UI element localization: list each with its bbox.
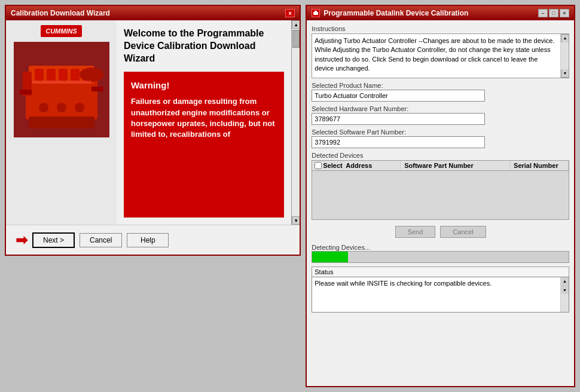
inst-scroll-up[interactable]: ▲ bbox=[561, 34, 569, 42]
right-title-icon bbox=[312, 9, 320, 17]
software-part-input[interactable] bbox=[312, 136, 485, 148]
hardware-part-label: Selected Hardware Part Number: bbox=[312, 105, 569, 112]
wizard-text-panel: Welcome to the Programmable Device Calib… bbox=[117, 20, 291, 225]
col-select-header: Select bbox=[312, 161, 342, 170]
devices-table-header: Select Address Software Part Number Seri… bbox=[312, 161, 569, 171]
send-cancel-row: Send Cancel bbox=[312, 223, 569, 240]
progress-bar-container bbox=[312, 251, 569, 263]
software-part-label: Selected Software Part Number: bbox=[312, 128, 569, 136]
col-serial-header: Serial Number bbox=[510, 161, 569, 170]
svg-rect-8 bbox=[71, 69, 80, 81]
minimize-button[interactable]: – bbox=[538, 9, 548, 17]
scroll-up-btn[interactable]: ▲ bbox=[292, 20, 300, 29]
hardware-part-section: Selected Hardware Part Number: bbox=[312, 105, 569, 125]
status-section: Status Please wait while INSITE is check… bbox=[312, 267, 569, 313]
inst-scroll-track bbox=[561, 42, 569, 69]
devices-table-body bbox=[312, 171, 569, 219]
left-content-area: CUMMINS bbox=[6, 20, 300, 225]
right-close-button[interactable]: × bbox=[560, 9, 569, 17]
datalink-calibration-window: Programmable Datalink Device Calibration… bbox=[306, 5, 575, 387]
select-col-label: Select bbox=[323, 162, 342, 169]
right-window-controls: – □ × bbox=[538, 9, 569, 17]
calibration-wizard-window: Calibration Download Wizard × CUMMINS bbox=[5, 5, 301, 256]
instructions-box: Adjusting Turbo Actuator Controller --Ch… bbox=[312, 33, 569, 78]
arrow-next-group: ➡ Next > bbox=[16, 232, 75, 249]
left-image-panel: CUMMINS bbox=[6, 20, 117, 225]
send-button[interactable]: Send bbox=[395, 226, 436, 238]
next-arrow-icon: ➡ bbox=[16, 232, 28, 249]
scroll-down-btn[interactable]: ▼ bbox=[292, 216, 300, 225]
left-titlebar: Calibration Download Wizard × bbox=[6, 6, 300, 20]
detecting-label: Detecting Devices... bbox=[312, 244, 569, 251]
status-scroll-up[interactable]: ▲ bbox=[561, 277, 569, 286]
col-software-header: Software Part Number bbox=[401, 161, 510, 170]
cummins-logo: CUMMINS bbox=[41, 25, 82, 37]
scroll-track bbox=[292, 29, 300, 216]
status-scroll-down[interactable]: ▼ bbox=[561, 286, 569, 294]
left-close-button[interactable]: × bbox=[285, 9, 295, 17]
inst-scroll-down[interactable]: ▼ bbox=[561, 69, 569, 78]
svg-rect-9 bbox=[29, 117, 94, 128]
warning-box: Warning! Failures or damage resulting fr… bbox=[124, 72, 284, 218]
col-address-header: Address bbox=[342, 161, 401, 170]
product-name-label: Selected Product Name: bbox=[312, 82, 569, 89]
svg-point-15 bbox=[75, 103, 84, 112]
status-scrollbar[interactable]: ▲ ▼ bbox=[560, 277, 569, 312]
wizard-bottom-bar: ➡ Next > Cancel Help bbox=[6, 225, 300, 255]
detected-devices-label: Detected Devices bbox=[312, 152, 569, 159]
help-button[interactable]: Help bbox=[127, 233, 169, 247]
svg-point-4 bbox=[80, 68, 103, 82]
scroll-thumb[interactable] bbox=[292, 30, 300, 48]
detected-devices-section: Detected Devices Select Address Software… bbox=[312, 152, 569, 220]
devices-cancel-button[interactable]: Cancel bbox=[440, 226, 486, 238]
devices-table: Select Address Software Part Number Seri… bbox=[312, 160, 569, 220]
warning-text: Failures or damage resulting from unauth… bbox=[131, 96, 277, 140]
product-name-section: Selected Product Name: bbox=[312, 82, 569, 102]
hardware-part-input[interactable] bbox=[312, 113, 485, 125]
detecting-section: Detecting Devices... bbox=[312, 244, 569, 263]
svg-rect-10 bbox=[32, 81, 91, 84]
svg-rect-7 bbox=[59, 69, 68, 81]
svg-rect-5 bbox=[35, 69, 44, 81]
right-titlebar: Programmable Datalink Device Calibration… bbox=[307, 6, 574, 20]
warning-title: Warning! bbox=[131, 79, 277, 91]
status-text-box: Please wait while INSITE is checking for… bbox=[312, 277, 569, 313]
product-name-input[interactable] bbox=[312, 90, 485, 102]
next-button[interactable]: Next > bbox=[32, 232, 75, 248]
status-text: Please wait while INSITE is checking for… bbox=[315, 280, 566, 287]
svg-rect-6 bbox=[47, 69, 56, 81]
right-content-area: Instructions Adjusting Turbo Actuator Co… bbox=[307, 20, 574, 386]
instructions-section: Instructions Adjusting Turbo Actuator Co… bbox=[312, 25, 569, 78]
maximize-button[interactable]: □ bbox=[549, 9, 558, 17]
status-label: Status bbox=[312, 267, 569, 277]
instructions-scrollbar[interactable]: ▲ ▼ bbox=[560, 34, 569, 78]
left-title: Calibration Download Wizard bbox=[11, 9, 110, 17]
welcome-title: Welcome to the Programmable Device Calib… bbox=[124, 27, 284, 65]
select-all-checkbox[interactable] bbox=[315, 162, 322, 169]
svg-rect-12 bbox=[91, 87, 103, 91]
engine-image bbox=[14, 42, 109, 137]
instructions-label: Instructions bbox=[312, 25, 569, 32]
svg-rect-11 bbox=[20, 90, 32, 94]
progress-bar-fill bbox=[312, 252, 348, 262]
right-title: Programmable Datalink Device Calibration bbox=[323, 9, 468, 17]
svg-rect-17 bbox=[315, 11, 317, 13]
svg-rect-1 bbox=[26, 78, 97, 120]
software-part-section: Selected Software Part Number: bbox=[312, 128, 569, 148]
svg-point-13 bbox=[39, 103, 48, 112]
cancel-button[interactable]: Cancel bbox=[80, 233, 122, 247]
instructions-text: Adjusting Turbo Actuator Controller --Ch… bbox=[315, 36, 566, 74]
svg-point-14 bbox=[57, 103, 66, 112]
warning-scrollbar[interactable]: ▲ ▼ bbox=[291, 20, 300, 225]
